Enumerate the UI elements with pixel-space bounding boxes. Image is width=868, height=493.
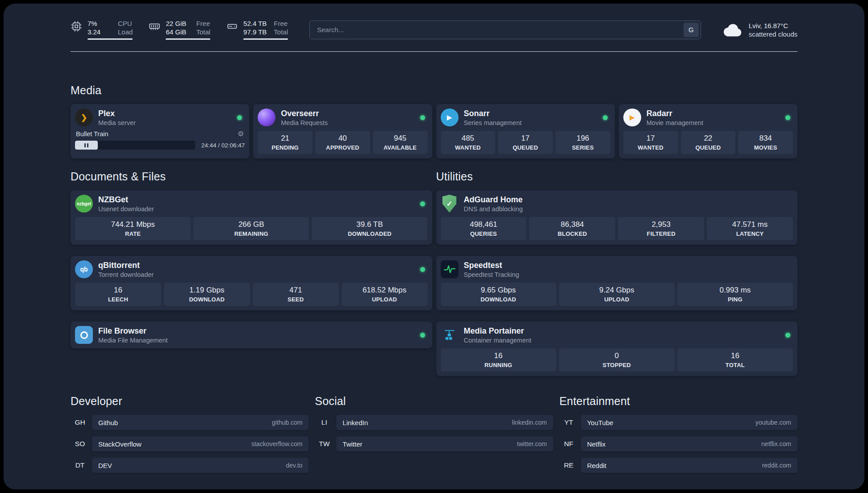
cloud-icon: [722, 23, 743, 37]
sonarr-play-glyph: ▶: [447, 113, 452, 121]
stat-label: REMAINING: [195, 230, 307, 237]
card-header: ✓ AdGuard Home DNS and adblocking: [441, 195, 793, 213]
stat-value: 17: [500, 134, 551, 143]
bookmark-item-stackoverflow[interactable]: SO StackOverflow stackoverflow.com: [71, 436, 309, 451]
card-header: ❯ Plex Media server: [75, 109, 245, 126]
stat-label: MOVIES: [740, 144, 791, 151]
stat-value: 744.21 Mbps: [77, 220, 189, 229]
bookmark-group-title: Entertainment: [559, 395, 797, 408]
stat-box: 17 QUEUED: [498, 131, 553, 154]
service-card-radarr[interactable]: ▶ Radarr Movie management 17 WANTED: [619, 104, 797, 159]
cpu-usage-value: 7%: [88, 20, 111, 28]
stat-box: 2,953 FILTERED: [618, 217, 704, 240]
pause-icon[interactable]: [84, 143, 88, 147]
bookmark-abbr: GH: [71, 415, 89, 430]
stat-label: WANTED: [442, 144, 494, 151]
stats-row: 744.21 Mbps RATE 266 GB REMAINING 39.6 T…: [75, 217, 428, 240]
bookmark-item-youtube[interactable]: YT YouTube youtube.com: [559, 415, 797, 430]
resource-widgets: 7% CPU 3.24 Load 22: [71, 20, 288, 40]
stat-label: BLOCKED: [531, 230, 613, 237]
service-description: Media Requests: [281, 119, 328, 126]
stat-value: 16: [679, 351, 791, 360]
stat-box: 618.52 Mbps UPLOAD: [342, 283, 428, 306]
service-card-overseerr[interactable]: Overseerr Media Requests 21 PENDING 40 A…: [253, 104, 432, 159]
search-bar: G: [309, 21, 701, 39]
playback-progress-bar[interactable]: [75, 141, 195, 150]
service-card-portainer[interactable]: Media Portainer Container management 16 …: [436, 322, 798, 376]
card-header: nzbget NZBGet Usenet downloader: [75, 195, 428, 213]
section-title-documents: Documents & Files: [71, 170, 432, 183]
stat-box: 40 APPROVED: [315, 131, 370, 154]
status-dot: [785, 333, 790, 338]
now-playing-title: Bullet Train: [76, 130, 108, 138]
stat-value: 16: [77, 286, 159, 295]
stat-label: PING: [679, 296, 791, 303]
status-dot: [420, 333, 425, 338]
service-description: Speedtest Tracking: [464, 271, 519, 278]
playback-progress-fill: [75, 141, 98, 150]
bookmark-item-netflix[interactable]: NF Netflix netflix.com: [559, 436, 797, 451]
service-description: Container management: [464, 337, 532, 344]
bookmark-name: Github: [98, 419, 118, 426]
memory-usage-bar: [166, 38, 210, 40]
bookmark-group-social: Social LI LinkedIn linkedin.com TW Twitt…: [315, 395, 553, 473]
overseerr-icon: [258, 109, 275, 126]
disk-total-label: Total: [274, 28, 288, 36]
bookmark-abbr: YT: [559, 415, 578, 430]
service-card-adguard[interactable]: ✓ AdGuard Home DNS and adblocking 498,46…: [436, 190, 798, 245]
service-card-sonarr[interactable]: ▶ Sonarr Series management 485 WANTED: [436, 104, 615, 159]
bookmark-item-reddit[interactable]: RE Reddit reddit.com: [559, 458, 797, 473]
bookmark-item-twitter[interactable]: TW Twitter twitter.com: [315, 436, 553, 451]
stat-box: 0 STOPPED: [559, 348, 675, 372]
service-meta: Speedtest Speedtest Tracking: [464, 261, 519, 278]
stat-value: 2,953: [620, 220, 702, 229]
search-input[interactable]: [309, 21, 701, 39]
stat-box: 196 SERIES: [555, 131, 610, 154]
service-name: Overseerr: [281, 109, 328, 118]
service-card-plex[interactable]: ❯ Plex Media server Bullet Train ⚙: [71, 104, 249, 159]
qbittorrent-icon: qb: [75, 260, 93, 278]
section-utilities: Utilities ✓ AdGuard Home D: [436, 170, 798, 376]
service-description: Usenet downloader: [98, 205, 154, 213]
cpu-usage-label: CPU: [118, 20, 133, 28]
service-card-filebrowser[interactable]: File Browser Media File Management: [71, 322, 432, 348]
bookmark-group-entertainment: Entertainment YT YouTube youtube.com NF …: [559, 395, 797, 473]
service-meta: Media Portainer Container management: [464, 326, 532, 344]
service-name: Sonarr: [464, 109, 522, 118]
section-title-media: Media: [71, 84, 797, 97]
disk-total-value: 97.9 TB: [243, 28, 267, 36]
cpu-usage-bar: [88, 38, 133, 40]
service-card-speedtest[interactable]: Speedtest Speedtest Tracking 9.65 Gbps D…: [436, 256, 798, 310]
status-dot: [420, 115, 425, 120]
stat-box: 498,461 QUERIES: [441, 217, 527, 240]
service-name: Media Portainer: [464, 326, 532, 336]
gear-icon[interactable]: ⚙: [238, 130, 244, 138]
service-meta: Overseerr Media Requests: [281, 109, 328, 126]
service-card-qbittorrent[interactable]: qb qBittorrent Torrent downloader 16: [71, 256, 432, 310]
bookmark-item-dev[interactable]: DT DEV dev.to: [71, 458, 309, 473]
bookmark-abbr: RE: [559, 458, 578, 473]
bookmark-url: stackoverflow.com: [251, 440, 302, 447]
speedtest-icon: [441, 260, 459, 278]
stat-value: 0: [561, 351, 673, 360]
card-header: Speedtest Speedtest Tracking: [441, 260, 793, 278]
search-provider-button[interactable]: G: [684, 23, 699, 37]
stat-value: 1.19 Gbps: [166, 286, 248, 295]
stat-label: AVAILABLE: [375, 144, 426, 151]
service-meta: Radarr Movie management: [647, 109, 703, 126]
service-card-nzbget[interactable]: nzbget NZBGet Usenet downloader 744.21 M…: [71, 190, 432, 245]
stat-label: RATE: [77, 230, 189, 237]
bookmark-abbr: DT: [71, 458, 89, 473]
bookmark-item-linkedin[interactable]: LI LinkedIn linkedin.com: [315, 415, 553, 430]
stat-value: 471: [255, 286, 337, 295]
radarr-icon: ▶: [623, 109, 641, 126]
stat-label: UPLOAD: [343, 296, 426, 303]
memory-readings: 22 GiB Free 64 GiB Total: [166, 20, 210, 40]
stat-value: 945: [375, 134, 426, 143]
stat-value: 9.65 Gbps: [442, 286, 555, 295]
service-meta: qBittorrent Torrent downloader: [98, 261, 154, 278]
adguard-icon: ✓: [441, 195, 459, 213]
bookmark-group-developer: Developer GH Github github.com SO StackO…: [71, 395, 309, 473]
bookmark-item-github[interactable]: GH Github github.com: [71, 415, 309, 430]
status-dot: [420, 267, 425, 272]
